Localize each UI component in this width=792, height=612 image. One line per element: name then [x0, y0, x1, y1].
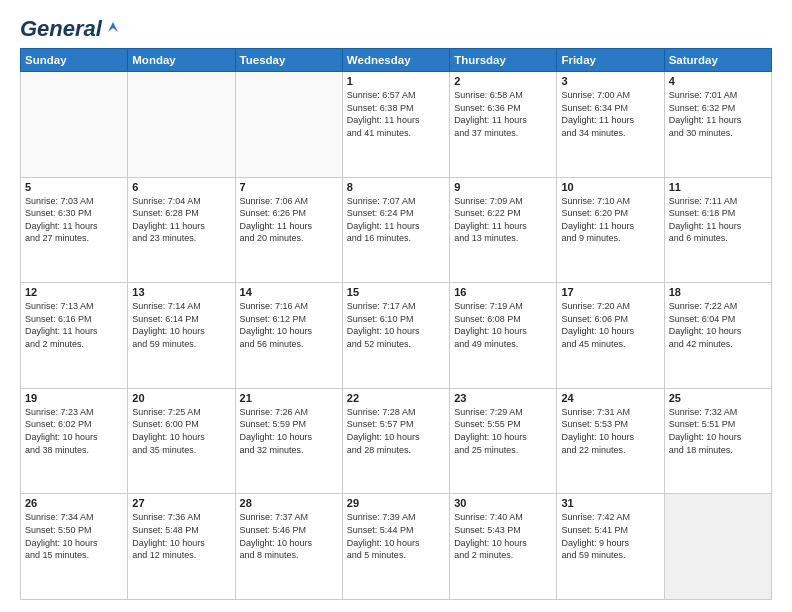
- day-info: Sunrise: 7:16 AM Sunset: 6:12 PM Dayligh…: [240, 300, 338, 350]
- calendar-cell: 4Sunrise: 7:01 AM Sunset: 6:32 PM Daylig…: [664, 72, 771, 178]
- day-info: Sunrise: 7:11 AM Sunset: 6:18 PM Dayligh…: [669, 195, 767, 245]
- day-info: Sunrise: 6:57 AM Sunset: 6:38 PM Dayligh…: [347, 89, 445, 139]
- day-number: 14: [240, 286, 338, 298]
- week-row-2: 5Sunrise: 7:03 AM Sunset: 6:30 PM Daylig…: [21, 177, 772, 283]
- day-number: 2: [454, 75, 552, 87]
- day-info: Sunrise: 7:29 AM Sunset: 5:55 PM Dayligh…: [454, 406, 552, 456]
- day-number: 1: [347, 75, 445, 87]
- day-number: 29: [347, 497, 445, 509]
- calendar-cell: 18Sunrise: 7:22 AM Sunset: 6:04 PM Dayli…: [664, 283, 771, 389]
- weekday-header-tuesday: Tuesday: [235, 49, 342, 72]
- day-info: Sunrise: 7:19 AM Sunset: 6:08 PM Dayligh…: [454, 300, 552, 350]
- day-info: Sunrise: 7:00 AM Sunset: 6:34 PM Dayligh…: [561, 89, 659, 139]
- calendar-cell: 28Sunrise: 7:37 AM Sunset: 5:46 PM Dayli…: [235, 494, 342, 600]
- calendar-cell: 11Sunrise: 7:11 AM Sunset: 6:18 PM Dayli…: [664, 177, 771, 283]
- day-info: Sunrise: 7:20 AM Sunset: 6:06 PM Dayligh…: [561, 300, 659, 350]
- weekday-header-saturday: Saturday: [664, 49, 771, 72]
- weekday-header-row: SundayMondayTuesdayWednesdayThursdayFrid…: [21, 49, 772, 72]
- day-number: 5: [25, 181, 123, 193]
- weekday-header-thursday: Thursday: [450, 49, 557, 72]
- day-number: 15: [347, 286, 445, 298]
- day-number: 13: [132, 286, 230, 298]
- calendar-cell: 21Sunrise: 7:26 AM Sunset: 5:59 PM Dayli…: [235, 388, 342, 494]
- svg-marker-0: [108, 22, 118, 32]
- day-info: Sunrise: 7:13 AM Sunset: 6:16 PM Dayligh…: [25, 300, 123, 350]
- calendar-cell: 30Sunrise: 7:40 AM Sunset: 5:43 PM Dayli…: [450, 494, 557, 600]
- day-number: 17: [561, 286, 659, 298]
- week-row-3: 12Sunrise: 7:13 AM Sunset: 6:16 PM Dayli…: [21, 283, 772, 389]
- day-info: Sunrise: 7:37 AM Sunset: 5:46 PM Dayligh…: [240, 511, 338, 561]
- calendar-cell: 27Sunrise: 7:36 AM Sunset: 5:48 PM Dayli…: [128, 494, 235, 600]
- calendar-cell: 24Sunrise: 7:31 AM Sunset: 5:53 PM Dayli…: [557, 388, 664, 494]
- calendar-cell: 3Sunrise: 7:00 AM Sunset: 6:34 PM Daylig…: [557, 72, 664, 178]
- weekday-header-wednesday: Wednesday: [342, 49, 449, 72]
- calendar-cell: 10Sunrise: 7:10 AM Sunset: 6:20 PM Dayli…: [557, 177, 664, 283]
- calendar-cell: 16Sunrise: 7:19 AM Sunset: 6:08 PM Dayli…: [450, 283, 557, 389]
- day-info: Sunrise: 7:07 AM Sunset: 6:24 PM Dayligh…: [347, 195, 445, 245]
- day-number: 10: [561, 181, 659, 193]
- day-number: 25: [669, 392, 767, 404]
- calendar-cell: 31Sunrise: 7:42 AM Sunset: 5:41 PM Dayli…: [557, 494, 664, 600]
- day-number: 24: [561, 392, 659, 404]
- day-info: Sunrise: 7:01 AM Sunset: 6:32 PM Dayligh…: [669, 89, 767, 139]
- day-info: Sunrise: 7:34 AM Sunset: 5:50 PM Dayligh…: [25, 511, 123, 561]
- day-info: Sunrise: 7:32 AM Sunset: 5:51 PM Dayligh…: [669, 406, 767, 456]
- day-number: 16: [454, 286, 552, 298]
- day-number: 8: [347, 181, 445, 193]
- calendar-cell: [21, 72, 128, 178]
- calendar-cell: 1Sunrise: 6:57 AM Sunset: 6:38 PM Daylig…: [342, 72, 449, 178]
- calendar-cell: 22Sunrise: 7:28 AM Sunset: 5:57 PM Dayli…: [342, 388, 449, 494]
- day-info: Sunrise: 7:09 AM Sunset: 6:22 PM Dayligh…: [454, 195, 552, 245]
- calendar-cell: [128, 72, 235, 178]
- week-row-4: 19Sunrise: 7:23 AM Sunset: 6:02 PM Dayli…: [21, 388, 772, 494]
- day-number: 30: [454, 497, 552, 509]
- day-info: Sunrise: 7:40 AM Sunset: 5:43 PM Dayligh…: [454, 511, 552, 561]
- day-number: 9: [454, 181, 552, 193]
- calendar-cell: 8Sunrise: 7:07 AM Sunset: 6:24 PM Daylig…: [342, 177, 449, 283]
- calendar-cell: 7Sunrise: 7:06 AM Sunset: 6:26 PM Daylig…: [235, 177, 342, 283]
- day-number: 23: [454, 392, 552, 404]
- calendar-cell: 14Sunrise: 7:16 AM Sunset: 6:12 PM Dayli…: [235, 283, 342, 389]
- day-info: Sunrise: 7:03 AM Sunset: 6:30 PM Dayligh…: [25, 195, 123, 245]
- weekday-header-sunday: Sunday: [21, 49, 128, 72]
- logo-bird-icon: [104, 18, 122, 36]
- day-info: Sunrise: 7:31 AM Sunset: 5:53 PM Dayligh…: [561, 406, 659, 456]
- calendar-cell: 23Sunrise: 7:29 AM Sunset: 5:55 PM Dayli…: [450, 388, 557, 494]
- weekday-header-monday: Monday: [128, 49, 235, 72]
- day-number: 18: [669, 286, 767, 298]
- calendar-cell: 5Sunrise: 7:03 AM Sunset: 6:30 PM Daylig…: [21, 177, 128, 283]
- day-info: Sunrise: 7:23 AM Sunset: 6:02 PM Dayligh…: [25, 406, 123, 456]
- day-number: 31: [561, 497, 659, 509]
- calendar-cell: 29Sunrise: 7:39 AM Sunset: 5:44 PM Dayli…: [342, 494, 449, 600]
- logo: General: [20, 16, 122, 38]
- calendar-cell: 2Sunrise: 6:58 AM Sunset: 6:36 PM Daylig…: [450, 72, 557, 178]
- calendar-cell: [235, 72, 342, 178]
- week-row-1: 1Sunrise: 6:57 AM Sunset: 6:38 PM Daylig…: [21, 72, 772, 178]
- calendar-cell: 26Sunrise: 7:34 AM Sunset: 5:50 PM Dayli…: [21, 494, 128, 600]
- day-info: Sunrise: 7:17 AM Sunset: 6:10 PM Dayligh…: [347, 300, 445, 350]
- day-info: Sunrise: 7:04 AM Sunset: 6:28 PM Dayligh…: [132, 195, 230, 245]
- header: General: [20, 16, 772, 38]
- calendar-cell: 9Sunrise: 7:09 AM Sunset: 6:22 PM Daylig…: [450, 177, 557, 283]
- calendar-cell: 19Sunrise: 7:23 AM Sunset: 6:02 PM Dayli…: [21, 388, 128, 494]
- day-number: 27: [132, 497, 230, 509]
- day-info: Sunrise: 7:36 AM Sunset: 5:48 PM Dayligh…: [132, 511, 230, 561]
- day-info: Sunrise: 7:39 AM Sunset: 5:44 PM Dayligh…: [347, 511, 445, 561]
- day-info: Sunrise: 7:26 AM Sunset: 5:59 PM Dayligh…: [240, 406, 338, 456]
- day-number: 12: [25, 286, 123, 298]
- day-number: 4: [669, 75, 767, 87]
- day-number: 11: [669, 181, 767, 193]
- logo-general: General: [20, 16, 102, 42]
- day-info: Sunrise: 7:06 AM Sunset: 6:26 PM Dayligh…: [240, 195, 338, 245]
- calendar-cell: [664, 494, 771, 600]
- day-number: 6: [132, 181, 230, 193]
- week-row-5: 26Sunrise: 7:34 AM Sunset: 5:50 PM Dayli…: [21, 494, 772, 600]
- day-number: 22: [347, 392, 445, 404]
- day-number: 26: [25, 497, 123, 509]
- calendar-table: SundayMondayTuesdayWednesdayThursdayFrid…: [20, 48, 772, 600]
- calendar-cell: 6Sunrise: 7:04 AM Sunset: 6:28 PM Daylig…: [128, 177, 235, 283]
- day-info: Sunrise: 7:42 AM Sunset: 5:41 PM Dayligh…: [561, 511, 659, 561]
- day-number: 28: [240, 497, 338, 509]
- calendar-cell: 15Sunrise: 7:17 AM Sunset: 6:10 PM Dayli…: [342, 283, 449, 389]
- day-info: Sunrise: 6:58 AM Sunset: 6:36 PM Dayligh…: [454, 89, 552, 139]
